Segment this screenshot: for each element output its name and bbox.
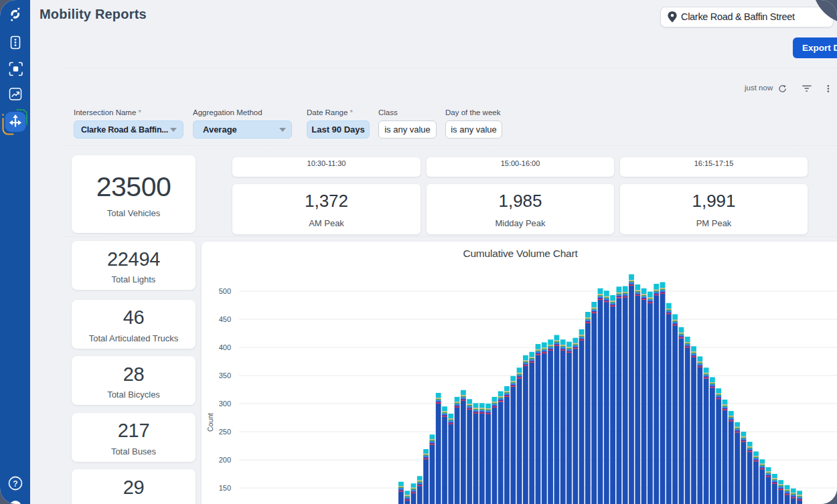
svg-text:?: ?: [13, 479, 17, 489]
